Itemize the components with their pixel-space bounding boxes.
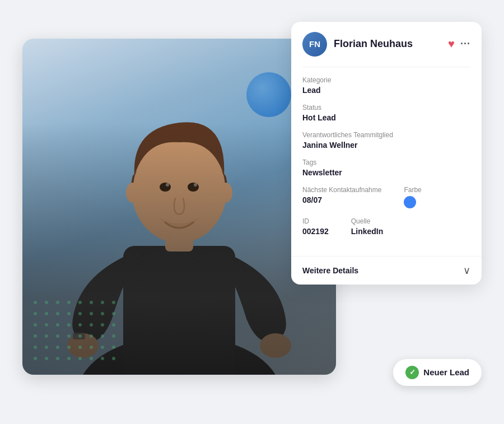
id-field: ID 002192: [302, 217, 329, 236]
contact-card: FN Florian Neuhaus ♥ ··· Kategorie Lead …: [291, 22, 482, 285]
neuer-lead-button[interactable]: ✓ Neuer Lead: [393, 359, 482, 386]
farbe-color-dot[interactable]: [404, 196, 416, 208]
team-label: Verantwortliches Teammitglied: [302, 131, 470, 139]
status-field: Status Hot Lead: [302, 104, 470, 122]
weitere-details-label: Weitere Details: [302, 266, 358, 275]
chevron-down-icon: ∨: [463, 264, 470, 277]
farbe-field: Farbe: [404, 186, 421, 208]
team-value: Janina Wellner: [302, 141, 470, 150]
neuer-lead-label: Neuer Lead: [423, 367, 469, 377]
tags-field: Tags Newsletter: [302, 159, 470, 177]
team-field: Verantwortliches Teammitglied Janina Wel…: [302, 131, 470, 150]
weitere-details-row[interactable]: Weitere Details ∨: [291, 256, 482, 285]
kontakt-farbe-row: Nächste Kontaktaufnahme 08/07 Farbe: [302, 186, 470, 208]
id-quelle-row: ID 002192 Quelle LinkedIn: [302, 217, 470, 236]
tags-label: Tags: [302, 159, 470, 166]
kontakt-value: 08/07: [302, 195, 381, 204]
kategorie-label: Kategorie: [302, 76, 470, 84]
kontakt-field: Nächste Kontaktaufnahme 08/07: [302, 186, 381, 208]
status-value: Hot Lead: [302, 113, 470, 122]
card-header: FN Florian Neuhaus ♥ ···: [291, 22, 482, 67]
quelle-label: Quelle: [351, 217, 384, 225]
dot-pattern-decoration: [34, 301, 119, 364]
id-label: ID: [302, 217, 329, 225]
id-value: 002192: [302, 227, 329, 236]
photo-card: [22, 39, 336, 375]
status-label: Status: [302, 104, 470, 111]
avatar: FN: [302, 32, 327, 57]
scene: FN Florian Neuhaus ♥ ··· Kategorie Lead …: [22, 22, 482, 403]
kategorie-field: Kategorie Lead: [302, 76, 470, 95]
contact-name: Florian Neuhaus: [334, 38, 441, 50]
check-circle-icon: ✓: [405, 366, 419, 379]
quelle-field: Quelle LinkedIn: [351, 217, 384, 236]
quelle-value: LinkedIn: [351, 227, 384, 236]
favorite-icon[interactable]: ♥: [448, 38, 455, 50]
kontakt-label: Nächste Kontaktaufnahme: [302, 186, 381, 194]
kategorie-value: Lead: [302, 86, 470, 95]
card-body: Kategorie Lead Status Hot Lead Verantwor…: [291, 67, 482, 254]
header-actions: ♥ ···: [448, 38, 470, 50]
photo-background: [22, 39, 336, 375]
tags-value: Newsletter: [302, 168, 470, 177]
more-options-icon[interactable]: ···: [460, 38, 470, 50]
farbe-label: Farbe: [404, 186, 421, 194]
